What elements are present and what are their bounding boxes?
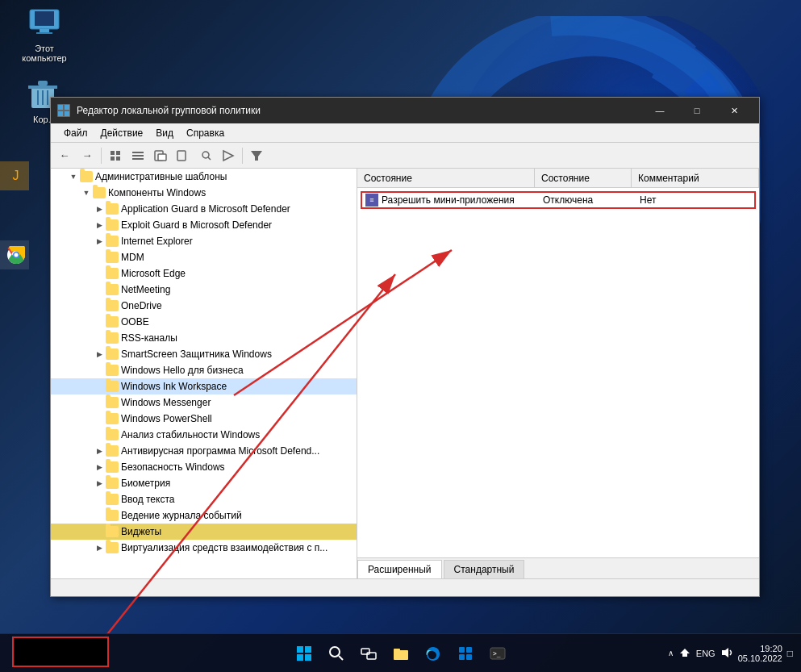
expander-exploit-guard[interactable]: ▶ [93, 219, 106, 232]
tree-panel[interactable]: ▼ Административные шаблоны ▼ Компоненты … [51, 169, 357, 578]
tree-item-ie[interactable]: ▶ Internet Explorer [51, 233, 357, 249]
menu-file[interactable]: Файл [57, 126, 94, 140]
network-icon[interactable] [678, 646, 691, 661]
svg-rect-2 [35, 11, 54, 26]
toolbar-filter[interactable] [246, 145, 267, 166]
toolbar-btn-1[interactable] [105, 145, 126, 166]
tree-item-antivirus[interactable]: ▶ Антивирусная программа Microsoft Defen… [51, 443, 357, 459]
folder-icon-antivirus [106, 445, 119, 457]
tree-item-edge[interactable]: Microsoft Edge [51, 265, 357, 282]
task-view-button[interactable] [354, 639, 383, 668]
tree-item-stability[interactable]: Анализ стабильности Windows [51, 427, 357, 443]
tree-item-virtualization[interactable]: ▶ Виртуализация средств взаимодействия с… [51, 540, 357, 556]
taskbar-time-area[interactable]: 19:20 05.10.2022 [738, 644, 782, 663]
svg-rect-38 [297, 654, 303, 661]
expander-smartscreen[interactable]: ▶ [93, 348, 106, 361]
start-button[interactable] [290, 639, 319, 668]
tree-item-oobe[interactable]: OOBE [51, 314, 357, 330]
tree-item-ink-workspace[interactable]: Windows Ink Workspace [51, 378, 357, 394]
text-input-label: Ввод текста [121, 494, 174, 505]
event-log-label: Ведение журнала событий [121, 510, 242, 521]
search-button[interactable] [322, 639, 351, 668]
folder-icon-netmeeting [106, 284, 119, 295]
expander-virtualization[interactable]: ▶ [93, 541, 106, 554]
svg-rect-15 [65, 105, 69, 110]
expander-security[interactable]: ▶ [93, 461, 106, 474]
tree-item-exploit-guard[interactable]: ▶ Exploit Guard в Microsoft Defender [51, 217, 357, 233]
tree-item-event-log[interactable]: Ведение журнала событий [51, 507, 357, 524]
menu-action[interactable]: Действие [94, 126, 150, 140]
tree-item-windows-components[interactable]: ▼ Компоненты Windows [51, 185, 357, 201]
folder-icon-app-guard [106, 203, 119, 215]
menu-help[interactable]: Справка [180, 126, 231, 140]
svg-rect-4 [36, 32, 52, 34]
minimize-button[interactable]: — [641, 98, 678, 123]
svg-rect-19 [116, 151, 120, 155]
expander-biometrics[interactable]: ▶ [93, 477, 106, 490]
col-comment: Комментарий [632, 169, 759, 187]
toolbar-btn-4[interactable] [173, 145, 194, 166]
toolbar-forward[interactable]: → [77, 145, 98, 166]
tree-item-security[interactable]: ▶ Безопасность Windows [51, 459, 357, 475]
tab-standard[interactable]: Стандартный [444, 560, 525, 578]
tree-item-rss[interactable]: RSS-каналы [51, 330, 357, 346]
col-name: Состояние [357, 169, 535, 187]
file-explorer-button[interactable] [386, 639, 415, 668]
policy-row[interactable]: ≡ Разрешить мини-приложения Отключена Не… [361, 191, 756, 209]
sidebar-app-chrome[interactable] [0, 240, 29, 269]
hello-label: Windows Hello для бизнеса [121, 365, 244, 376]
folder-icon-edge [106, 268, 119, 279]
netmeeting-label: NetMeeting [121, 284, 170, 295]
tree-item-mdm[interactable]: MDM [51, 249, 357, 265]
toolbar-btn-2[interactable] [127, 145, 148, 166]
tree-item-powershell[interactable]: Windows PowerShell [51, 411, 357, 427]
maximize-button[interactable]: □ [678, 98, 715, 123]
chevron-icon[interactable]: ∧ [668, 649, 674, 657]
desktop: Этот компьютер Кор... J [0, 0, 801, 672]
menu-view[interactable]: Вид [149, 126, 180, 140]
expander-app-guard[interactable]: ▶ [93, 202, 106, 215]
svg-rect-37 [305, 646, 311, 653]
svg-rect-22 [132, 152, 144, 153]
svg-rect-43 [367, 653, 376, 659]
sidebar-app-1[interactable]: J [0, 161, 29, 190]
edge-button[interactable] [419, 639, 448, 668]
tree-item-messenger[interactable]: Windows Messenger [51, 394, 357, 411]
volume-icon[interactable] [720, 646, 733, 661]
this-computer-icon[interactable]: Этот компьютер [16, 8, 73, 63]
toolbar-btn-6[interactable] [218, 145, 239, 166]
toolbar-back[interactable]: ← [54, 145, 75, 166]
policy-status: Отключена [543, 194, 640, 206]
security-label: Безопасность Windows [121, 461, 225, 473]
expander-admin[interactable]: ▼ [67, 170, 80, 183]
policy-icon: ≡ [365, 194, 378, 207]
tree-item-app-guard[interactable]: ▶ Application Guard в Microsoft Defender [51, 201, 357, 217]
notification-icon[interactable]: □ [787, 648, 793, 659]
tab-extended[interactable]: Расширенный [357, 560, 442, 578]
tree-item-widgets[interactable]: Виджеты [51, 524, 357, 540]
svg-point-13 [14, 253, 18, 257]
exploit-guard-label: Exploit Guard в Microsoft Defender [121, 219, 272, 231]
tree-item-text-input[interactable]: Ввод текста [51, 491, 357, 507]
svg-marker-31 [251, 151, 262, 161]
expander-win-components[interactable]: ▼ [80, 186, 93, 199]
svg-text:>_: >_ [493, 650, 501, 657]
tree-item-smartscreen[interactable]: ▶ SmartScreen Защитника Windows [51, 346, 357, 362]
tree-item-admin-templates[interactable]: ▼ Административные шаблоны [51, 169, 357, 185]
expander-antivirus[interactable]: ▶ [93, 445, 106, 457]
terminal-button[interactable]: >_ [483, 639, 512, 668]
tree-item-biometrics[interactable]: ▶ Биометрия [51, 475, 357, 491]
expander-ie[interactable]: ▶ [93, 235, 106, 248]
folder-icon-ink [106, 381, 119, 392]
tree-item-onedrive[interactable]: OneDrive [51, 298, 357, 314]
toolbar-btn-3[interactable] [150, 145, 171, 166]
close-button[interactable]: ✕ [715, 98, 753, 123]
store-button[interactable] [451, 639, 480, 668]
tree-item-netmeeting[interactable]: NetMeeting [51, 282, 357, 298]
menu-bar: Файл Действие Вид Справка [51, 123, 759, 143]
tree-item-hello[interactable]: Windows Hello для бизнеса [51, 362, 357, 378]
lang-label[interactable]: ENG [696, 649, 715, 658]
svg-rect-24 [132, 158, 144, 160]
folder-icon-oobe [106, 316, 119, 328]
toolbar-btn-5[interactable] [195, 145, 216, 166]
